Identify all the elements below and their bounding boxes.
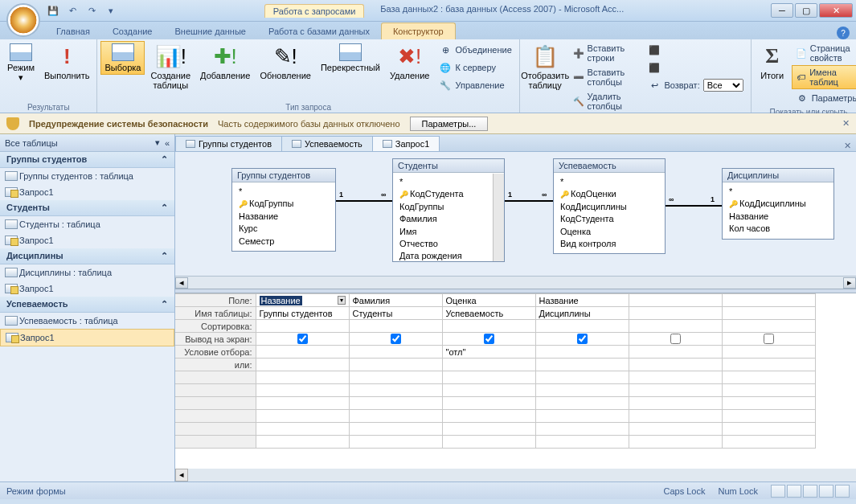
chevron-up-icon[interactable]: ⌃ [161,299,168,309]
grid-cell[interactable] [442,384,535,397]
run-button[interactable]: !Выполнить [40,41,93,83]
builder-button[interactable]: 🔨Удалить столбцы [569,89,643,113]
grid-cell[interactable] [442,397,535,410]
document-tab[interactable]: Группы студентов [175,136,282,151]
grid-cell[interactable] [629,410,722,423]
qbe-grid[interactable]: Поле:Название ▾ФамилияОценкаНазваниеИмя … [175,293,856,481]
show-checkbox[interactable] [670,334,681,344]
grid-cell[interactable] [442,410,535,423]
field-item[interactable]: КодОценки [560,188,658,200]
grid-cell[interactable] [256,423,349,436]
tab-design[interactable]: Конструктор [381,23,456,39]
delete-cols-button[interactable]: ⬛ [644,59,747,76]
grid-cell[interactable] [349,397,442,410]
grid-cell[interactable] [535,371,629,384]
pivot-view-button[interactable] [787,485,801,498]
scroll-left-icon[interactable]: ◂ [175,277,188,289]
nav-item[interactable]: Студенты : таблица [0,216,174,232]
field-item[interactable]: КодГруппы [399,201,498,213]
grid-cell[interactable] [629,359,722,371]
delete-rows-button[interactable]: ➖Вставить столбцы [569,65,643,89]
grid-cell[interactable] [256,371,349,384]
grid-cell[interactable] [629,333,722,346]
grid-cell[interactable] [256,359,349,371]
tab-external[interactable]: Внешние данные [164,23,257,39]
grid-cell[interactable] [349,410,442,423]
show-checkbox[interactable] [391,334,401,344]
grid-cell[interactable]: Название [535,294,629,307]
nav-item[interactable]: Дисциплины : таблица [0,264,174,281]
save-icon[interactable]: 💾 [45,2,61,18]
grid-cell[interactable] [535,384,629,397]
nav-item[interactable]: Запрос1 [0,329,174,346]
field-item[interactable]: Вид контроля [560,238,658,250]
grid-cell[interactable]: Оценка [442,294,535,307]
field-item[interactable]: КодГруппы [239,198,329,210]
grid-cell[interactable] [629,423,722,436]
grid-cell[interactable] [629,294,722,307]
field-item[interactable]: Семестр [239,236,329,248]
nav-item[interactable]: Успеваемость : таблица [0,313,174,329]
maximize-button[interactable]: ▢ [795,3,817,18]
document-tab[interactable]: Успеваемость [281,136,373,151]
append-button[interactable]: ✚!Добавление [196,41,254,83]
tab-home[interactable]: Главная [45,23,101,39]
table-disciplines[interactable]: Дисциплины *КодДисциплиныНазваниеКол час… [722,168,834,240]
scroll-right-icon[interactable]: ▸ [843,277,856,289]
nav-item[interactable]: Группы студентов : таблица [0,168,174,184]
nav-item[interactable]: Запрос1 [0,281,174,297]
grid-cell[interactable] [442,333,535,346]
undo-icon[interactable]: ↶ [64,2,80,18]
grid-cell[interactable] [256,397,349,410]
grid-cell[interactable]: "отл" [442,346,535,359]
grid-cell[interactable] [722,307,815,320]
grid-cell[interactable] [535,359,629,371]
grid-cell[interactable] [442,371,535,384]
nav-item[interactable]: Запрос1 [0,232,174,248]
grid-cell[interactable] [349,346,442,359]
nav-collapse-icon[interactable]: « [165,138,170,148]
field-item[interactable]: Название [239,211,329,223]
office-button[interactable] [6,3,40,37]
crosstab-button[interactable]: Перекрестный [317,41,384,75]
field-item[interactable]: Отчество [399,238,498,250]
show-checkbox[interactable] [577,334,588,344]
chevron-up-icon[interactable]: ⌃ [161,154,168,165]
insert-rows-button[interactable]: ➕Вставить строки [569,41,643,65]
help-icon[interactable]: ? [837,27,850,39]
table-groups[interactable]: Группы студентов *КодГруппыНазваниеКурсС… [231,168,336,252]
grid-cell[interactable] [722,423,815,436]
grid-cell[interactable] [349,371,442,384]
grid-cell[interactable] [629,384,722,397]
chevron-down-icon[interactable]: ▾ [155,137,160,148]
datadef-button[interactable]: 🔧Управление [435,76,515,94]
table-names-button[interactable]: 🏷Имена таблиц [792,65,856,89]
security-options-button[interactable]: Параметры... [410,117,489,131]
parameters-button[interactable]: ⚙Параметры [792,89,856,107]
tab-dbtools[interactable]: Работа с базами данных [257,23,381,39]
grid-cell[interactable] [629,397,722,410]
datasheet-view-button[interactable] [771,485,785,498]
doctab-close-icon[interactable]: ✕ [844,141,851,151]
field-item[interactable]: Название [729,211,827,223]
grid-cell[interactable] [349,359,442,371]
grid-cell[interactable] [349,320,442,333]
grid-cell[interactable] [722,320,815,333]
chart-view-button[interactable] [803,485,817,498]
grid-cell[interactable] [256,384,349,397]
return-select[interactable]: Все [703,79,743,92]
nav-item[interactable]: Запрос1 [0,184,174,200]
grid-cell[interactable] [535,410,629,423]
totals-button[interactable]: ΣИтоги [755,41,790,83]
grid-cell[interactable] [629,436,722,449]
show-checkbox[interactable] [297,334,308,344]
grid-cell[interactable] [722,436,815,449]
grid-cell[interactable] [629,320,722,333]
grid-cell[interactable] [535,436,629,449]
grid-cell[interactable] [535,346,629,359]
grid-cell[interactable] [442,436,535,449]
field-item[interactable]: Курс [239,223,329,235]
table-grades[interactable]: Успеваемость *КодОценкиКодДисциплиныКодС… [553,158,666,254]
security-close-icon[interactable]: ✕ [842,118,850,129]
grid-cell[interactable] [349,423,442,436]
